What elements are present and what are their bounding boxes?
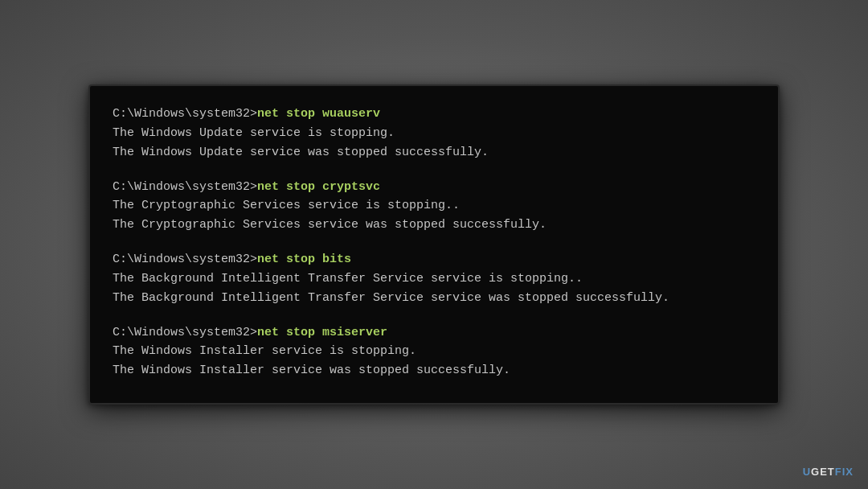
cmd-line-4: C:\Windows\system32>net stop msiserver (113, 324, 755, 343)
terminal-block-1: C:\Windows\system32>net stop wuauservThe… (113, 105, 755, 162)
terminal-content: C:\Windows\system32>net stop wuauservThe… (113, 105, 755, 380)
watermark-u: U (803, 466, 811, 478)
output-line-1-1: The Windows Update service is stopping. (113, 124, 755, 143)
output-line-4-2: The Windows Installer service was stoppe… (113, 361, 755, 380)
output-line-2-1: The Cryptographic Services service is st… (113, 196, 755, 216)
output-line-3-2: The Background Intelligent Transfer Serv… (113, 289, 755, 308)
prompt-1: C:\Windows\system32> (113, 107, 257, 121)
prompt-2: C:\Windows\system32> (113, 180, 257, 194)
output-line-1-2: The Windows Update service was stopped s… (113, 143, 755, 162)
terminal-block-4: C:\Windows\system32>net stop msiserverTh… (113, 324, 755, 381)
watermark: UGETFIX (803, 466, 854, 478)
output-line-3-1: The Background Intelligent Transfer Serv… (113, 269, 755, 289)
terminal-window: C:\Windows\system32>net stop wuauservThe… (88, 84, 780, 405)
cmd-line-1: C:\Windows\system32>net stop wuauserv (113, 105, 755, 124)
output-line-4-1: The Windows Installer service is stoppin… (113, 342, 755, 361)
command-text-4: net stop msiserver (257, 326, 387, 339)
output-line-2-2: The Cryptographic Services service was s… (113, 216, 755, 235)
watermark-fix: FIX (835, 466, 854, 478)
terminal-block-3: C:\Windows\system32>net stop bitsThe Bac… (113, 251, 755, 308)
command-text-2: net stop cryptsvc (257, 180, 380, 194)
command-text-1: net stop wuauserv (257, 107, 380, 121)
command-text-3: net stop bits (257, 253, 351, 266)
prompt-4: C:\Windows\system32> (113, 326, 257, 339)
cmd-line-2: C:\Windows\system32>net stop cryptsvc (113, 179, 755, 197)
cmd-line-3: C:\Windows\system32>net stop bits (113, 251, 755, 269)
terminal-block-2: C:\Windows\system32>net stop cryptsvcThe… (113, 179, 755, 236)
prompt-3: C:\Windows\system32> (113, 253, 257, 266)
watermark-get: GET (811, 466, 835, 478)
